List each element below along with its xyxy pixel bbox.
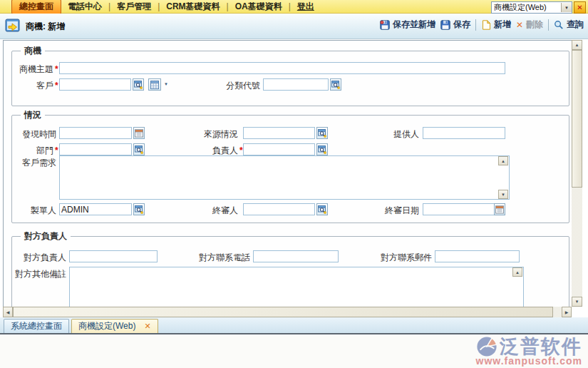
titlebar: 商機: 新增 保存並新增 保存 新增 ✕ 刪除 查詢 bbox=[0, 14, 588, 39]
category-code-input[interactable] bbox=[263, 78, 329, 91]
chevron-down-icon[interactable]: ▼ bbox=[164, 78, 168, 91]
category-lookup-button[interactable] bbox=[330, 78, 341, 91]
counterpart-phone-input[interactable] bbox=[253, 250, 339, 262]
textarea-scrollbar: ▲ ▼ bbox=[498, 156, 509, 199]
save-button[interactable]: 保存 bbox=[440, 19, 470, 31]
source-input[interactable] bbox=[243, 127, 315, 139]
counterpart-email-input[interactable] bbox=[435, 250, 520, 262]
creator-input[interactable] bbox=[59, 203, 132, 215]
creator-lookup-button[interactable] bbox=[133, 203, 145, 215]
category-code-label: 分類代號 bbox=[182, 80, 260, 92]
horizontal-scroll-thumb[interactable] bbox=[13, 307, 553, 317]
scroll-down-button[interactable]: ▼ bbox=[498, 190, 508, 199]
final-approver-input[interactable] bbox=[243, 203, 315, 215]
counterpart-notes-label: 對方其他備註 bbox=[4, 268, 66, 280]
delete-x-icon: ✕ bbox=[516, 20, 523, 30]
customer-input[interactable] bbox=[59, 78, 131, 91]
final-approver-label: 終審人 bbox=[165, 205, 238, 217]
menu-item-call-center[interactable]: 電話中心 bbox=[68, 1, 102, 13]
lookup-icon bbox=[135, 205, 143, 214]
save-icon bbox=[440, 20, 450, 30]
form-area: 商機 商機主題 * 客戶 * ▼ 分類代號 情況 發現時間 來源情況 bbox=[3, 40, 572, 307]
tab-system-dashboard[interactable]: 系統總控畫面 bbox=[4, 319, 69, 333]
customer-label: 客戶 bbox=[4, 80, 53, 92]
customer-lookup-button[interactable] bbox=[133, 78, 144, 91]
counterpart-phone-label: 對方聯系電話 bbox=[175, 252, 250, 264]
chevron-down-icon[interactable]: ▼ bbox=[561, 3, 572, 12]
tab-label: 商機設定(Web) bbox=[78, 320, 135, 333]
scroll-down-button[interactable]: ▼ bbox=[572, 297, 582, 307]
query-button[interactable]: 查詢 bbox=[554, 19, 584, 31]
department-lookup-button[interactable] bbox=[133, 143, 145, 155]
discover-time-calendar-button[interactable] bbox=[133, 127, 145, 139]
department-label: 部門 bbox=[4, 145, 53, 157]
department-input[interactable] bbox=[59, 143, 132, 155]
provider-label: 提供人 bbox=[346, 128, 419, 140]
subject-label: 商機主題 bbox=[4, 63, 53, 76]
counterpart-legend: 對方負責人 bbox=[21, 230, 71, 242]
owner-lookup-button[interactable] bbox=[316, 143, 328, 155]
customer-needs-textarea[interactable]: ▲ ▼ bbox=[59, 155, 510, 200]
lookup-icon bbox=[134, 81, 143, 89]
scroll-up-button[interactable]: ▲ bbox=[512, 267, 522, 277]
lookup-icon bbox=[331, 81, 340, 89]
module-select[interactable]: 商機設定(Web) ▼ bbox=[491, 1, 572, 14]
lookup-icon bbox=[318, 205, 326, 214]
final-approver-lookup-button[interactable] bbox=[316, 203, 328, 215]
tab-opportunity-settings[interactable]: 商機設定(Web) ✕ bbox=[71, 319, 158, 333]
counterpart-person-input[interactable] bbox=[69, 250, 158, 262]
discover-time-input[interactable] bbox=[59, 127, 132, 139]
menu-item-logout[interactable]: 登出 bbox=[297, 1, 314, 13]
new-button[interactable]: 新增 bbox=[481, 19, 511, 31]
vertical-scroll-thumb[interactable] bbox=[572, 50, 582, 188]
new-label: 新增 bbox=[494, 19, 511, 31]
required-mark: * bbox=[55, 145, 58, 157]
counterpart-email-label: 對方聯系郵件 bbox=[356, 252, 432, 264]
customer-grid-button[interactable] bbox=[148, 78, 161, 91]
menu-item-oa-basedata[interactable]: OA基礎資料 bbox=[235, 1, 282, 13]
save-and-new-button[interactable]: 保存並新增 bbox=[380, 19, 435, 31]
lookup-icon bbox=[318, 145, 326, 154]
toolbar: 保存並新增 保存 新增 ✕ 刪除 查詢 bbox=[380, 19, 584, 31]
delete-label: 刪除 bbox=[526, 19, 543, 31]
query-label: 查詢 bbox=[567, 19, 584, 31]
subject-input[interactable] bbox=[59, 62, 505, 74]
watermark: 泛普软件 www.fanpusoft.com bbox=[476, 336, 582, 367]
search-icon bbox=[554, 20, 564, 30]
fanpu-logo-icon bbox=[476, 336, 497, 357]
scroll-left-button[interactable]: ◀ bbox=[3, 307, 13, 317]
final-approve-date-label: 終審日期 bbox=[346, 205, 419, 217]
business-legend: 商機 bbox=[21, 45, 45, 57]
grid-icon bbox=[150, 81, 159, 89]
final-approve-date-input[interactable] bbox=[423, 203, 505, 215]
lookup-icon bbox=[135, 145, 143, 154]
menu-item-customer-mgmt[interactable]: 客戶管理 bbox=[117, 1, 151, 13]
scroll-up-button[interactable]: ▲ bbox=[498, 156, 508, 165]
menubar: 總控畫面 電話中心 客戶管理 CRM基礎資料 OA基礎資料 登出 商機設定(We… bbox=[0, 0, 588, 14]
lookup-icon bbox=[318, 129, 326, 138]
save-and-new-label: 保存並新增 bbox=[393, 19, 435, 31]
final-approve-date-calendar-button[interactable] bbox=[494, 203, 505, 215]
textarea-scrollbar: ▲ ▼ bbox=[512, 267, 523, 307]
menubar-close-button[interactable]: ✕ bbox=[574, 1, 586, 14]
situation-legend: 情況 bbox=[21, 109, 45, 121]
counterpart-notes-textarea[interactable]: ▲ ▼ bbox=[69, 267, 524, 307]
menu-separator bbox=[108, 1, 110, 11]
module-select-value: 商機設定(Web) bbox=[492, 2, 561, 13]
watermark-site: www.fanpusoft.com bbox=[476, 355, 582, 367]
menu-item-crm-basedata[interactable]: CRM基礎資料 bbox=[166, 1, 220, 13]
vertical-scrollbar: ▲ ▼ bbox=[572, 40, 582, 307]
owner-input[interactable] bbox=[243, 143, 315, 155]
delete-button[interactable]: ✕ 刪除 bbox=[516, 19, 543, 31]
tabbar: 系統總控畫面 商機設定(Web) ✕ bbox=[0, 317, 588, 334]
menu-separator bbox=[227, 1, 229, 11]
horizontal-scrollbar: ◀ ▶ bbox=[3, 307, 572, 317]
provider-input[interactable] bbox=[423, 127, 505, 139]
save-label: 保存 bbox=[453, 19, 470, 31]
menu-item-dashboard[interactable]: 總控畫面 bbox=[11, 0, 61, 14]
scroll-right-button[interactable]: ▶ bbox=[562, 307, 572, 317]
creator-label: 製單人 bbox=[4, 205, 56, 217]
scroll-up-button[interactable]: ▲ bbox=[572, 40, 582, 50]
tab-close-icon[interactable]: ✕ bbox=[144, 320, 150, 333]
source-lookup-button[interactable] bbox=[316, 127, 328, 139]
